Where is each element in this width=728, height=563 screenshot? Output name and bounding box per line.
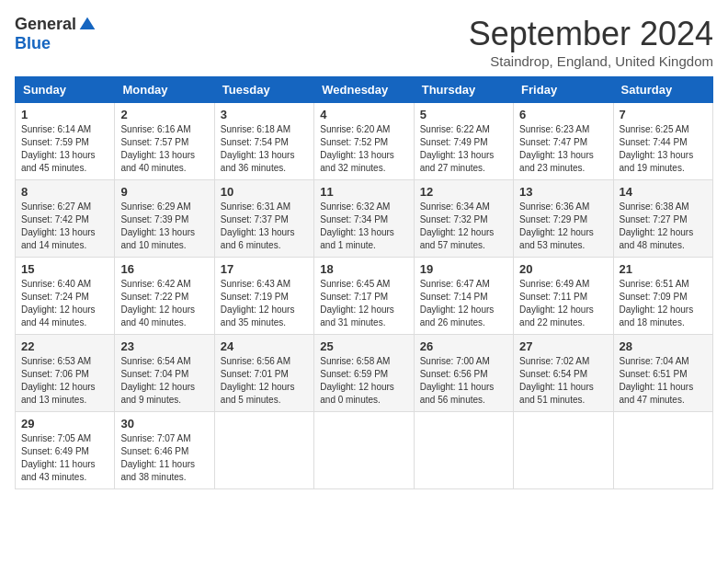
- day-info: Sunrise: 6:27 AMSunset: 7:42 PMDaylight:…: [21, 201, 108, 252]
- calendar-cell: [514, 412, 613, 489]
- day-number: 1: [21, 108, 108, 121]
- title-block: September 2024 Staindrop, England, Unite…: [469, 15, 713, 69]
- calendar-cell: 18Sunrise: 6:45 AMSunset: 7:17 PMDayligh…: [314, 258, 414, 335]
- page-header: General Blue September 2024 Staindrop, E…: [15, 15, 713, 69]
- day-number: 19: [420, 262, 507, 276]
- day-number: 7: [620, 108, 707, 121]
- day-number: 6: [519, 108, 607, 121]
- calendar-cell: 3Sunrise: 6:18 AMSunset: 7:54 PMDaylight…: [214, 103, 313, 180]
- calendar-cell: 25Sunrise: 6:58 AMSunset: 6:59 PMDayligh…: [314, 335, 414, 412]
- day-number: 28: [620, 339, 707, 353]
- calendar-week-1: 1Sunrise: 6:14 AMSunset: 7:59 PMDaylight…: [16, 103, 713, 180]
- day-info: Sunrise: 6:53 AMSunset: 7:06 PMDaylight:…: [21, 355, 108, 407]
- calendar-cell: 13Sunrise: 6:36 AMSunset: 7:29 PMDayligh…: [514, 180, 613, 258]
- day-number: 29: [21, 417, 108, 431]
- day-number: 24: [221, 339, 308, 353]
- calendar-cell: 23Sunrise: 6:54 AMSunset: 7:04 PMDayligh…: [115, 335, 214, 412]
- calendar-cell: 8Sunrise: 6:27 AMSunset: 7:42 PMDaylight…: [16, 180, 115, 258]
- column-header-sunday: Sunday: [16, 77, 115, 103]
- calendar-cell: 17Sunrise: 6:43 AMSunset: 7:19 PMDayligh…: [214, 258, 313, 335]
- calendar-week-2: 8Sunrise: 6:27 AMSunset: 7:42 PMDaylight…: [16, 180, 713, 258]
- calendar-cell: 6Sunrise: 6:23 AMSunset: 7:47 PMDaylight…: [514, 103, 613, 180]
- day-info: Sunrise: 6:40 AMSunset: 7:24 PMDaylight:…: [21, 278, 108, 329]
- day-info: Sunrise: 6:58 AMSunset: 6:59 PMDaylight:…: [320, 355, 407, 407]
- day-info: Sunrise: 7:02 AMSunset: 6:54 PMDaylight:…: [519, 355, 607, 407]
- column-header-friday: Friday: [514, 77, 613, 103]
- day-info: Sunrise: 6:18 AMSunset: 7:54 PMDaylight:…: [221, 123, 308, 175]
- calendar-cell: 27Sunrise: 7:02 AMSunset: 6:54 PMDayligh…: [514, 335, 613, 412]
- logo-general-text: General: [15, 15, 76, 34]
- calendar-cell: [414, 412, 513, 489]
- day-number: 20: [519, 262, 607, 276]
- day-info: Sunrise: 6:51 AMSunset: 7:09 PMDaylight:…: [620, 278, 707, 329]
- day-number: 3: [221, 108, 308, 121]
- svg-marker-0: [80, 17, 96, 29]
- day-number: 12: [420, 185, 507, 199]
- day-number: 30: [120, 417, 208, 431]
- day-info: Sunrise: 6:31 AMSunset: 7:37 PMDaylight:…: [221, 201, 308, 252]
- column-header-saturday: Saturday: [613, 77, 712, 103]
- calendar-cell: 15Sunrise: 6:40 AMSunset: 7:24 PMDayligh…: [16, 258, 115, 335]
- location: Staindrop, England, United Kingdom: [469, 53, 713, 69]
- logo: General Blue: [15, 15, 97, 53]
- day-number: 8: [21, 185, 108, 199]
- day-number: 18: [320, 262, 407, 276]
- day-number: 26: [420, 339, 507, 353]
- column-header-wednesday: Wednesday: [314, 77, 414, 103]
- calendar-week-5: 29Sunrise: 7:05 AMSunset: 6:49 PMDayligh…: [16, 412, 713, 489]
- day-info: Sunrise: 6:16 AMSunset: 7:57 PMDaylight:…: [120, 123, 208, 175]
- day-number: 16: [120, 262, 208, 276]
- calendar-cell: 21Sunrise: 6:51 AMSunset: 7:09 PMDayligh…: [613, 258, 712, 335]
- day-number: 27: [519, 339, 607, 353]
- day-info: Sunrise: 6:25 AMSunset: 7:44 PMDaylight:…: [620, 123, 707, 175]
- calendar-cell: 1Sunrise: 6:14 AMSunset: 7:59 PMDaylight…: [16, 103, 115, 180]
- calendar-cell: 9Sunrise: 6:29 AMSunset: 7:39 PMDaylight…: [115, 180, 214, 258]
- calendar-cell: 7Sunrise: 6:25 AMSunset: 7:44 PMDaylight…: [613, 103, 712, 180]
- calendar-cell: 28Sunrise: 7:04 AMSunset: 6:51 PMDayligh…: [613, 335, 712, 412]
- day-number: 9: [120, 185, 208, 199]
- calendar-cell: 10Sunrise: 6:31 AMSunset: 7:37 PMDayligh…: [214, 180, 313, 258]
- logo-blue-text: Blue: [15, 34, 51, 53]
- calendar-cell: 2Sunrise: 6:16 AMSunset: 7:57 PMDaylight…: [115, 103, 214, 180]
- day-number: 23: [120, 339, 208, 353]
- calendar-table: SundayMondayTuesdayWednesdayThursdayFrid…: [15, 76, 713, 489]
- day-info: Sunrise: 6:43 AMSunset: 7:19 PMDaylight:…: [221, 278, 308, 329]
- day-info: Sunrise: 7:05 AMSunset: 6:49 PMDaylight:…: [21, 432, 108, 484]
- calendar-cell: 29Sunrise: 7:05 AMSunset: 6:49 PMDayligh…: [16, 412, 115, 489]
- day-info: Sunrise: 6:54 AMSunset: 7:04 PMDaylight:…: [120, 355, 208, 407]
- calendar-cell: 19Sunrise: 6:47 AMSunset: 7:14 PMDayligh…: [414, 258, 513, 335]
- day-info: Sunrise: 6:29 AMSunset: 7:39 PMDaylight:…: [120, 201, 208, 252]
- day-info: Sunrise: 6:49 AMSunset: 7:11 PMDaylight:…: [519, 278, 607, 329]
- calendar-cell: 11Sunrise: 6:32 AMSunset: 7:34 PMDayligh…: [314, 180, 414, 258]
- day-number: 13: [519, 185, 607, 199]
- day-number: 15: [21, 262, 108, 276]
- day-info: Sunrise: 7:07 AMSunset: 6:46 PMDaylight:…: [120, 432, 208, 484]
- day-number: 11: [320, 185, 407, 199]
- calendar-cell: 30Sunrise: 7:07 AMSunset: 6:46 PMDayligh…: [115, 412, 214, 489]
- column-header-tuesday: Tuesday: [214, 77, 313, 103]
- day-number: 5: [420, 108, 507, 121]
- calendar-week-3: 15Sunrise: 6:40 AMSunset: 7:24 PMDayligh…: [16, 258, 713, 335]
- day-number: 25: [320, 339, 407, 353]
- calendar-cell: 14Sunrise: 6:38 AMSunset: 7:27 PMDayligh…: [613, 180, 712, 258]
- calendar-cell: 12Sunrise: 6:34 AMSunset: 7:32 PMDayligh…: [414, 180, 513, 258]
- day-info: Sunrise: 6:32 AMSunset: 7:34 PMDaylight:…: [320, 201, 407, 252]
- month-title: September 2024: [469, 15, 713, 53]
- logo-icon: [78, 16, 97, 34]
- calendar-cell: 22Sunrise: 6:53 AMSunset: 7:06 PMDayligh…: [16, 335, 115, 412]
- day-info: Sunrise: 6:14 AMSunset: 7:59 PMDaylight:…: [21, 123, 108, 175]
- day-number: 14: [620, 185, 707, 199]
- day-number: 21: [620, 262, 707, 276]
- calendar-cell: 26Sunrise: 7:00 AMSunset: 6:56 PMDayligh…: [414, 335, 513, 412]
- column-header-monday: Monday: [115, 77, 214, 103]
- day-number: 17: [221, 262, 308, 276]
- calendar-cell: [613, 412, 712, 489]
- calendar-cell: 24Sunrise: 6:56 AMSunset: 7:01 PMDayligh…: [214, 335, 313, 412]
- day-number: 10: [221, 185, 308, 199]
- calendar-header-row: SundayMondayTuesdayWednesdayThursdayFrid…: [16, 77, 713, 103]
- day-info: Sunrise: 6:20 AMSunset: 7:52 PMDaylight:…: [320, 123, 407, 175]
- day-info: Sunrise: 6:34 AMSunset: 7:32 PMDaylight:…: [420, 201, 507, 252]
- day-info: Sunrise: 6:56 AMSunset: 7:01 PMDaylight:…: [221, 355, 308, 407]
- day-info: Sunrise: 6:45 AMSunset: 7:17 PMDaylight:…: [320, 278, 407, 329]
- day-number: 4: [320, 108, 407, 121]
